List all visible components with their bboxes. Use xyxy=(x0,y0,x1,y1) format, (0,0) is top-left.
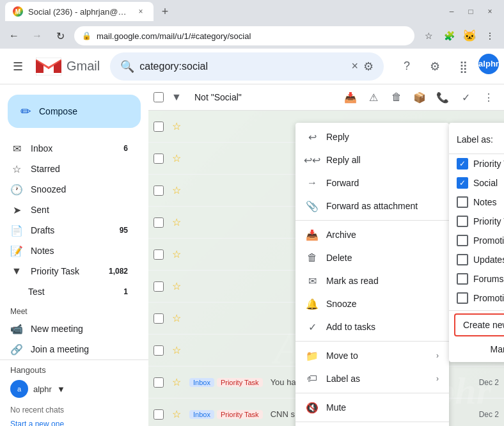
email-checkbox[interactable] xyxy=(154,249,164,260)
active-tab[interactable]: M Social (236) - alphrjan@gmail.co... × xyxy=(5,2,154,21)
back-button[interactable]: ← xyxy=(5,27,23,45)
updates-checkbox[interactable] xyxy=(457,254,468,265)
search-bar[interactable]: 🔍 × ⚙ xyxy=(110,52,384,81)
compose-button[interactable]: ✏ Compose xyxy=(8,95,141,128)
email-checkbox[interactable] xyxy=(154,217,164,228)
bookmark-icon[interactable]: ☆ xyxy=(420,27,437,45)
label-social[interactable]: ✓ Social xyxy=(449,173,504,193)
user-avatar[interactable]: alphr xyxy=(478,54,499,74)
context-menu-reply[interactable]: ↩ Reply xyxy=(295,125,449,148)
archive-toolbar-icon[interactable]: 📦 xyxy=(409,87,430,107)
profile-icon[interactable]: 🐱 xyxy=(461,27,478,45)
url-text: mail.google.com/mail/u/1/#category/socia… xyxy=(97,31,251,41)
create-new-button[interactable]: Create new xyxy=(454,313,504,336)
star-icon[interactable]: ☆ xyxy=(169,375,184,390)
context-menu-add-tasks[interactable]: ✓ Add to tasks xyxy=(295,315,449,338)
email-checkbox[interactable] xyxy=(154,313,164,324)
settings-button[interactable]: ⚙ xyxy=(422,54,448,79)
promotions-checkbox[interactable] xyxy=(457,292,468,304)
label-promotion[interactable]: Promotion xyxy=(449,231,504,250)
sidebar-item-priority-task[interactable]: ▼ Priority Task 1,082 xyxy=(0,261,138,281)
star-icon[interactable]: ☆ xyxy=(169,183,184,198)
sidebar-item-inbox[interactable]: ✉ Inbox 6 xyxy=(0,138,138,159)
reload-button[interactable]: ↻ xyxy=(51,27,69,45)
search-clear-icon[interactable]: × xyxy=(351,59,358,73)
snoozed-icon: 🕐 xyxy=(10,183,23,196)
context-menu-delete[interactable]: 🗑 Delete xyxy=(295,246,449,269)
context-menu-mute[interactable]: 🔇 Mute xyxy=(295,396,449,419)
sidebar-item-drafts[interactable]: 📄 Drafts 95 xyxy=(0,220,138,241)
label-priority-task[interactable]: ✓ Priority Task xyxy=(449,154,504,173)
forums-checkbox[interactable] xyxy=(457,273,468,285)
email-checkbox[interactable] xyxy=(154,377,164,388)
email-checkbox[interactable] xyxy=(154,185,164,196)
delete-toolbar-icon[interactable]: 🗑 xyxy=(386,87,407,107)
forward-button[interactable]: → xyxy=(28,27,46,45)
apps-button[interactable]: ⣿ xyxy=(450,54,476,79)
email-checkbox[interactable] xyxy=(154,409,164,420)
context-menu-mark-read[interactable]: ✉ Mark as read xyxy=(295,269,449,292)
sort-dropdown-button[interactable]: ▼ xyxy=(166,87,187,107)
sidebar-item-starred[interactable]: ☆ Starred xyxy=(0,159,138,179)
new-meeting-item[interactable]: 📹 New meeting xyxy=(0,319,148,339)
context-menu-archive[interactable]: 📥 Archive xyxy=(295,223,449,246)
maximize-button[interactable]: □ xyxy=(462,3,480,20)
hangouts-user[interactable]: a alphr ▼ xyxy=(10,380,138,398)
add-category-icon[interactable]: 📥 xyxy=(340,87,361,107)
gmail-logo: Gmail xyxy=(36,58,100,75)
help-button[interactable]: ? xyxy=(394,54,420,79)
new-tab-button[interactable]: + xyxy=(156,3,174,20)
menu-icon[interactable]: ⋮ xyxy=(481,27,499,45)
context-menu-forward-attachment[interactable]: 📎 Forward as attachment xyxy=(295,194,449,217)
email-checkbox[interactable] xyxy=(154,345,164,356)
star-icon[interactable]: ☆ xyxy=(169,311,184,326)
star-icon[interactable]: ☆ xyxy=(169,215,184,230)
extensions-icon[interactable]: 🧩 xyxy=(440,27,458,45)
context-menu-label-as[interactable]: 🏷 Label as › xyxy=(295,367,449,390)
manage-labels-button[interactable]: Manage labels xyxy=(449,339,504,359)
promotion-checkbox[interactable] xyxy=(457,235,468,246)
sidebar-item-sent[interactable]: ➤ Sent xyxy=(0,200,138,220)
sidebar-item-test[interactable]: Test 1 xyxy=(0,281,138,302)
context-menu-move-to[interactable]: 📁 Move to › xyxy=(295,344,449,367)
star-icon[interactable]: ☆ xyxy=(169,151,184,166)
star-icon[interactable]: ☆ xyxy=(169,343,184,358)
label-priority-task-te[interactable]: Priority Task/Te... xyxy=(449,212,504,231)
url-bar[interactable]: 🔒 mail.google.com/mail/u/1/#category/soc… xyxy=(74,26,414,45)
alert-icon[interactable]: ⚠ xyxy=(363,87,384,107)
sidebar-item-snoozed[interactable]: 🕐 Snoozed xyxy=(0,179,138,200)
start-new-text[interactable]: Start a new one xyxy=(10,417,138,426)
more-toolbar-icon[interactable]: ⋮ xyxy=(478,87,499,107)
social-checkbox[interactable]: ✓ xyxy=(457,177,468,189)
context-divider-3 xyxy=(295,393,449,393)
email-checkbox[interactable] xyxy=(154,154,164,164)
label-updates[interactable]: Updates xyxy=(449,250,504,269)
context-menu-snooze[interactable]: 🔔 Snooze xyxy=(295,292,449,315)
email-checkbox[interactable] xyxy=(154,281,164,292)
search-input[interactable] xyxy=(139,61,346,72)
priority-task-checkbox[interactable]: ✓ xyxy=(457,158,468,170)
sidebar-item-notes[interactable]: 📝 Notes xyxy=(0,241,138,261)
label-notes[interactable]: Notes xyxy=(449,193,504,212)
close-button[interactable]: × xyxy=(481,3,499,20)
search-options-icon[interactable]: ⚙ xyxy=(363,59,374,74)
priority-task-te-checkbox[interactable] xyxy=(457,216,468,227)
tab-close-button[interactable]: × xyxy=(136,6,146,17)
label-promotions[interactable]: Promotions xyxy=(449,288,504,308)
email-checkbox[interactable] xyxy=(154,122,164,132)
star-icon[interactable]: ☆ xyxy=(169,407,184,422)
phone-icon[interactable]: 📞 xyxy=(432,87,453,107)
star-icon[interactable]: ☆ xyxy=(169,279,184,294)
join-meeting-item[interactable]: 🔗 Join a meeting xyxy=(0,339,148,359)
star-icon[interactable]: ☆ xyxy=(169,247,184,262)
label-forums[interactable]: Forums xyxy=(449,269,504,288)
select-all-checkbox[interactable] xyxy=(154,92,164,102)
context-menu-reply-all[interactable]: ↩↩ Reply all xyxy=(295,148,449,171)
hamburger-menu[interactable]: ☰ xyxy=(5,54,31,79)
star-icon[interactable]: ☆ xyxy=(169,119,184,134)
check-icon[interactable]: ✓ xyxy=(455,87,476,107)
context-menu-forward[interactable]: → Forward xyxy=(295,171,449,194)
notes-text: Notes xyxy=(473,197,497,207)
notes-checkbox[interactable] xyxy=(457,196,468,208)
minimize-button[interactable]: – xyxy=(443,3,461,20)
